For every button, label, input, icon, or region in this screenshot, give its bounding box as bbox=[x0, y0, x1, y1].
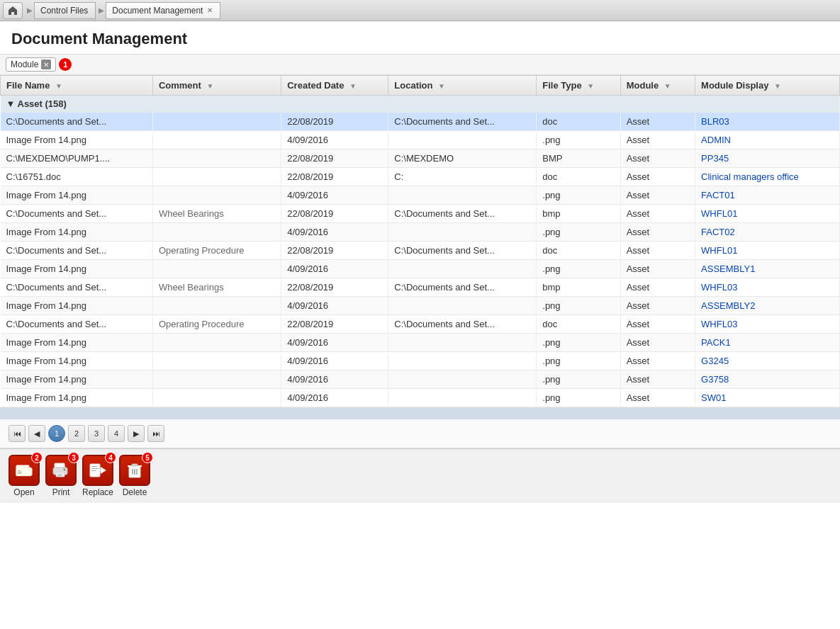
cell-module-display[interactable]: G3245 bbox=[695, 352, 840, 370]
cell-module-display[interactable]: Clinical managers office bbox=[695, 168, 840, 186]
col-header-module[interactable]: Module ▼ bbox=[620, 76, 695, 96]
table-row[interactable]: C:\Documents and Set... Operating Proced… bbox=[1, 315, 840, 334]
table-row[interactable]: Image From 14.png 4/09/2016 .png Asset G… bbox=[1, 370, 840, 389]
page-button-2[interactable]: 2 bbox=[68, 425, 85, 442]
table-row[interactable]: Image From 14.png 4/09/2016 .png Asset S… bbox=[1, 389, 840, 407]
page-first-button[interactable]: ⏮ bbox=[9, 425, 26, 442]
filter-bar: Module ✕ 1 bbox=[0, 54, 840, 75]
breadcrumb-close-icon[interactable]: ✕ bbox=[207, 6, 213, 14]
breadcrumb-document-management[interactable]: Document Management ✕ bbox=[106, 2, 220, 19]
cell-module: Asset bbox=[620, 370, 695, 389]
table-row[interactable]: Image From 14.png 4/09/2016 .png Asset P… bbox=[1, 334, 840, 352]
col-header-file-type[interactable]: File Type ▼ bbox=[537, 76, 620, 96]
cell-location bbox=[388, 297, 537, 315]
table-row[interactable]: C:\Documents and Set... 22/08/2019 C:\Do… bbox=[1, 113, 840, 131]
cell-created-date: 4/09/2016 bbox=[281, 223, 388, 242]
cell-module-display[interactable]: BLR03 bbox=[695, 113, 840, 131]
module-display-link[interactable]: PP345 bbox=[701, 153, 729, 164]
cell-location bbox=[388, 352, 537, 370]
table-row[interactable]: C:\Documents and Set... Wheel Bearings 2… bbox=[1, 278, 840, 297]
table-row[interactable]: Image From 14.png 4/09/2016 .png Asset F… bbox=[1, 186, 840, 205]
table-row[interactable]: Image From 14.png 4/09/2016 .png Asset F… bbox=[1, 223, 840, 242]
page-button-1[interactable]: 1 bbox=[48, 425, 65, 442]
document-table: File Name ▼ Comment ▼ Created Date ▼ Loc… bbox=[0, 75, 840, 407]
cell-module-display[interactable]: PACK1 bbox=[695, 334, 840, 352]
breadcrumb-control-files[interactable]: Control Files bbox=[34, 2, 96, 19]
module-display-link[interactable]: BLR03 bbox=[701, 116, 729, 127]
group-header-asset[interactable]: ▼ Asset (158) bbox=[1, 96, 840, 113]
cell-module-display[interactable]: ASSEMBLY1 bbox=[695, 260, 840, 278]
module-display-link[interactable]: WHFL01 bbox=[701, 208, 737, 219]
table-row[interactable]: C:\16751.doc 22/08/2019 C: doc Asset Cli… bbox=[1, 168, 840, 186]
cell-module-display[interactable]: FACT02 bbox=[695, 223, 840, 242]
cell-location: C:\MEXDEMO bbox=[388, 149, 537, 168]
table-row[interactable]: Image From 14.png 4/09/2016 .png Asset A… bbox=[1, 131, 840, 149]
table-row[interactable]: C:\MEXDEMO\PUMP1.... 22/08/2019 C:\MEXDE… bbox=[1, 149, 840, 168]
svg-point-9 bbox=[64, 469, 66, 471]
page-last-button[interactable]: ⏭ bbox=[147, 425, 164, 442]
cell-comment: Wheel Bearings bbox=[152, 278, 281, 297]
cell-file-name: Image From 14.png bbox=[1, 370, 153, 389]
module-display-link[interactable]: G3245 bbox=[701, 356, 729, 366]
print-button[interactable]: 3 Print bbox=[45, 455, 77, 497]
cell-created-date: 4/09/2016 bbox=[281, 131, 388, 149]
filter-count-badge: 1 bbox=[59, 58, 72, 71]
col-header-location[interactable]: Location ▼ bbox=[388, 76, 537, 96]
module-display-link[interactable]: Clinical managers office bbox=[701, 171, 799, 182]
horizontal-scrollbar[interactable] bbox=[0, 408, 840, 419]
page-button-4[interactable]: 4 bbox=[108, 425, 125, 442]
svg-rect-7 bbox=[55, 466, 65, 467]
cell-module-display[interactable]: WHFL03 bbox=[695, 315, 840, 334]
cell-comment: Wheel Bearings bbox=[152, 205, 281, 223]
module-display-link[interactable]: ADMIN bbox=[701, 135, 731, 145]
cell-comment bbox=[152, 370, 281, 389]
cell-comment: Operating Procedure bbox=[152, 315, 281, 334]
cell-location bbox=[388, 260, 537, 278]
table-row[interactable]: Image From 14.png 4/09/2016 .png Asset A… bbox=[1, 260, 840, 278]
cell-module-display[interactable]: WHFL01 bbox=[695, 242, 840, 260]
module-display-link[interactable]: ASSEMBLY2 bbox=[701, 300, 755, 311]
module-display-link[interactable]: WHFL03 bbox=[701, 319, 737, 329]
cell-module-display[interactable]: FACT01 bbox=[695, 186, 840, 205]
cell-module: Asset bbox=[620, 242, 695, 260]
page-prev-button[interactable]: ◀ bbox=[28, 425, 45, 442]
col-header-comment[interactable]: Comment ▼ bbox=[152, 76, 281, 96]
cell-file-type: doc bbox=[537, 315, 620, 334]
table-row[interactable]: Image From 14.png 4/09/2016 .png Asset A… bbox=[1, 297, 840, 315]
table-row[interactable]: C:\Documents and Set... Wheel Bearings 2… bbox=[1, 205, 840, 223]
module-display-link[interactable]: WHFL03 bbox=[701, 282, 737, 293]
cell-module: Asset bbox=[620, 297, 695, 315]
page-button-3[interactable]: 3 bbox=[88, 425, 105, 442]
cell-location bbox=[388, 186, 537, 205]
table-row[interactable]: Image From 14.png 4/09/2016 .png Asset G… bbox=[1, 352, 840, 370]
home-button[interactable] bbox=[3, 2, 23, 19]
open-button[interactable]: 2 Open bbox=[9, 455, 40, 497]
col-header-file-name[interactable]: File Name ▼ bbox=[1, 76, 153, 96]
filter-tag-module[interactable]: Module ✕ bbox=[6, 57, 56, 72]
cell-module-display[interactable]: WHFL03 bbox=[695, 278, 840, 297]
module-display-link[interactable]: WHFL01 bbox=[701, 245, 737, 256]
svg-rect-4 bbox=[18, 473, 21, 474]
col-header-created-date[interactable]: Created Date ▼ bbox=[281, 76, 388, 96]
cell-module-display[interactable]: ASSEMBLY2 bbox=[695, 297, 840, 315]
cell-module-display[interactable]: SW01 bbox=[695, 389, 840, 407]
module-display-link[interactable]: PACK1 bbox=[701, 337, 731, 348]
cell-module-display[interactable]: G3758 bbox=[695, 370, 840, 389]
delete-button[interactable]: 5 Delete bbox=[119, 455, 150, 497]
cell-location: C:\Documents and Set... bbox=[388, 242, 537, 260]
cell-module-display[interactable]: WHFL01 bbox=[695, 205, 840, 223]
module-display-link[interactable]: SW01 bbox=[701, 392, 726, 403]
cell-module-display[interactable]: ADMIN bbox=[695, 131, 840, 149]
open-label: Open bbox=[13, 487, 34, 497]
page-next-button[interactable]: ▶ bbox=[128, 425, 145, 442]
module-display-link[interactable]: G3758 bbox=[701, 374, 729, 385]
cell-module-display[interactable]: PP345 bbox=[695, 149, 840, 168]
replace-button[interactable]: 4 Replace bbox=[82, 455, 113, 497]
table-row[interactable]: C:\Documents and Set... Operating Proced… bbox=[1, 242, 840, 260]
cell-file-name: Image From 14.png bbox=[1, 352, 153, 370]
col-header-module-display[interactable]: Module Display ▼ bbox=[695, 76, 840, 96]
filter-tag-close[interactable]: ✕ bbox=[41, 60, 51, 69]
module-display-link[interactable]: ASSEMBLY1 bbox=[701, 264, 755, 274]
module-display-link[interactable]: FACT01 bbox=[701, 190, 735, 200]
module-display-link[interactable]: FACT02 bbox=[701, 227, 735, 237]
